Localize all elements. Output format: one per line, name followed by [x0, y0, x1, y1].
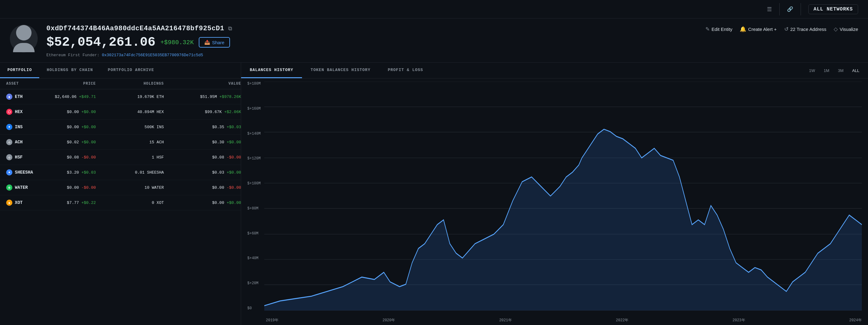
- create-alert-button[interactable]: 🔔 Create Alert +: [740, 26, 776, 32]
- right-tab-balances-history[interactable]: BALANCES HISTORY: [241, 63, 302, 78]
- holdings: 500K INS: [145, 125, 164, 129]
- tab-holdings-by-chain[interactable]: HOLDINGS BY CHAIN: [39, 63, 100, 78]
- col-price: PRICE: [43, 82, 99, 86]
- asset-name: WATER: [15, 185, 28, 190]
- top-bar: ☰ 🔗 ALL NETWORKS: [0, 0, 868, 19]
- main-balance: $52,054,261.06: [46, 35, 155, 50]
- value-cell: $51.95M +$978.26K: [167, 95, 241, 99]
- network-badge[interactable]: ALL NETWORKS: [808, 4, 858, 14]
- tab-portfolio[interactable]: PORTFOLIO: [0, 63, 39, 78]
- y-label: $+160M: [247, 106, 260, 111]
- x-label: 2021年: [499, 318, 512, 323]
- table-row[interactable]: ◆ XOT $7.77 +$0.22 0 XOT $0.00 +$0.00: [0, 195, 241, 210]
- avatar-body: [13, 43, 35, 52]
- table-row[interactable]: ◇ ACH $0.02 +$0.00 15 ACH $0.30 +$0.00: [0, 135, 241, 150]
- top-bar-right: ☰ 🔗 ALL NETWORKS: [767, 3, 858, 15]
- y-label: $+120M: [247, 156, 260, 161]
- trace-address-icon: ↺: [784, 26, 788, 32]
- holdings: 0 XOT: [152, 200, 164, 205]
- price-cell: $0.00 +$0.00: [43, 110, 99, 114]
- price: $0.00: [67, 125, 79, 129]
- y-label: $+100M: [247, 181, 260, 186]
- value: $0.03: [212, 170, 224, 175]
- visualize-button[interactable]: ◇ Visualize: [834, 26, 858, 32]
- tab-portfolio-archive[interactable]: PORTFOLIO ARCHIVE: [100, 63, 162, 78]
- chart-y-labels: $+180M$+160M$+140M$+120M$+100M$+80M$+60M…: [247, 82, 260, 311]
- holdings: 40.894M HEX: [137, 110, 164, 114]
- asset-cell: ● SHEESHA: [6, 169, 43, 175]
- value-change: +$0.00: [226, 140, 241, 144]
- asset-name: ACH: [15, 140, 23, 144]
- link-icon[interactable]: 🔗: [787, 6, 793, 12]
- value-cell: $0.08 -$0.00: [167, 155, 241, 160]
- price-change: -$0.00: [81, 185, 96, 190]
- right-tab-profit-&-loss[interactable]: PROFIT & LOSS: [379, 63, 432, 78]
- value-change: +$978.26K: [219, 95, 241, 99]
- col-holdings: HOLDINGS: [99, 82, 167, 86]
- holdings: 10 WATER: [145, 185, 164, 190]
- address-text: 0xdDf744374B46Aa980ddcE4a5AA216478bf925c…: [46, 25, 224, 32]
- time-filter-3m[interactable]: 3M: [836, 67, 846, 74]
- filter-icon[interactable]: ☰: [767, 6, 772, 13]
- asset-cell: ◇ ACH: [6, 139, 43, 145]
- asset-name: SHEESHA: [15, 170, 33, 175]
- holdings-cell: 10 WATER: [99, 185, 167, 190]
- create-alert-icon: 🔔: [740, 26, 746, 32]
- avatar: [10, 25, 38, 53]
- price-cell: $3.20 +$0.03: [43, 170, 99, 175]
- price: $0.08: [67, 155, 79, 160]
- funder-row: Ethereum First Funder: 0x302173a74Fdc756…: [46, 53, 858, 58]
- asset-name: HEX: [15, 109, 23, 114]
- chart-area: [264, 82, 862, 311]
- asset-icon: ◇: [6, 139, 12, 145]
- y-label: $+40M: [247, 256, 260, 260]
- price-cell: $0.00 +$0.00: [43, 125, 99, 129]
- edit-entity-label: Edit Entity: [712, 27, 733, 32]
- funder-address[interactable]: 0x302173a74Fdc756E91E5035EB7700976De71c5…: [102, 53, 203, 58]
- edit-entity-button[interactable]: ✎ Edit Entity: [705, 26, 733, 32]
- price: $0.02: [67, 140, 79, 144]
- asset-cell: ◆ ETH: [6, 94, 43, 100]
- price-cell: $7.77 +$0.22: [43, 200, 99, 205]
- asset-cell: ⊕ WATER: [6, 185, 43, 191]
- holdings-cell: 0.01 SHEESHA: [99, 170, 167, 175]
- value: $0.00: [212, 185, 224, 190]
- y-label: $+140M: [247, 132, 260, 136]
- header-section: 0xdDf744374B46Aa980ddcE4a5AA216478bf925c…: [0, 19, 868, 63]
- table-row[interactable]: ● INS $0.00 +$0.00 500K INS $0.35 +$0.03: [0, 120, 241, 135]
- time-filter-all[interactable]: ALL: [850, 67, 862, 74]
- price-change: +$0.00: [81, 140, 96, 144]
- trace-address-button[interactable]: ↺ 22 Trace Address: [784, 26, 827, 32]
- asset-name: ETH: [15, 94, 23, 99]
- value: $0.00: [212, 200, 224, 205]
- col-value: VALUE: [167, 82, 241, 86]
- asset-icon: ●: [6, 124, 12, 130]
- chart-fill: [264, 129, 862, 311]
- share-button[interactable]: 📤 Share: [199, 37, 230, 47]
- asset-icon: ◇: [6, 154, 12, 160]
- table-row[interactable]: ⬡ HEX $0.00 +$0.00 40.894M HEX $99.67K +…: [0, 104, 241, 120]
- chart-container: $+180M$+160M$+140M$+120M$+100M$+80M$+60M…: [241, 78, 868, 325]
- asset-icon: ●: [6, 169, 12, 175]
- table-row[interactable]: ◇ HSF $0.08 -$0.00 1 HSF $0.08 -$0.00: [0, 150, 241, 165]
- price-change: +$0.03: [81, 170, 96, 175]
- right-tab-token-balances-history[interactable]: TOKEN BALANCES HISTORY: [302, 63, 379, 78]
- table-row[interactable]: ◆ ETH $2,640.06 +$49.71 19.679K ETH $51.…: [0, 89, 241, 104]
- price: $0.00: [67, 110, 79, 114]
- right-panel: BALANCES HISTORYTOKEN BALANCES HISTORYPR…: [241, 63, 868, 325]
- left-tabs-row: PORTFOLIOHOLDINGS BY CHAINPORTFOLIO ARCH…: [0, 63, 241, 78]
- header-actions: ✎ Edit Entity 🔔 Create Alert + ↺ 22 Trac…: [705, 26, 858, 32]
- price: $2,640.06: [55, 95, 76, 99]
- value-change: +$0.03: [226, 125, 241, 129]
- x-label: 2022年: [616, 318, 628, 323]
- price-cell: $0.02 +$0.00: [43, 140, 99, 144]
- price: $7.77: [67, 200, 79, 205]
- price: $3.20: [67, 170, 79, 175]
- copy-icon[interactable]: ⧉: [228, 26, 232, 32]
- divider: [779, 3, 780, 15]
- holdings: 1 HSF: [152, 155, 164, 160]
- time-filter-1m[interactable]: 1M: [821, 67, 832, 74]
- time-filter-1w[interactable]: 1W: [806, 67, 817, 74]
- table-row[interactable]: ● SHEESHA $3.20 +$0.03 0.01 SHEESHA $0.0…: [0, 165, 241, 180]
- table-row[interactable]: ⊕ WATER $0.00 -$0.00 10 WATER $0.00 -$0.…: [0, 180, 241, 195]
